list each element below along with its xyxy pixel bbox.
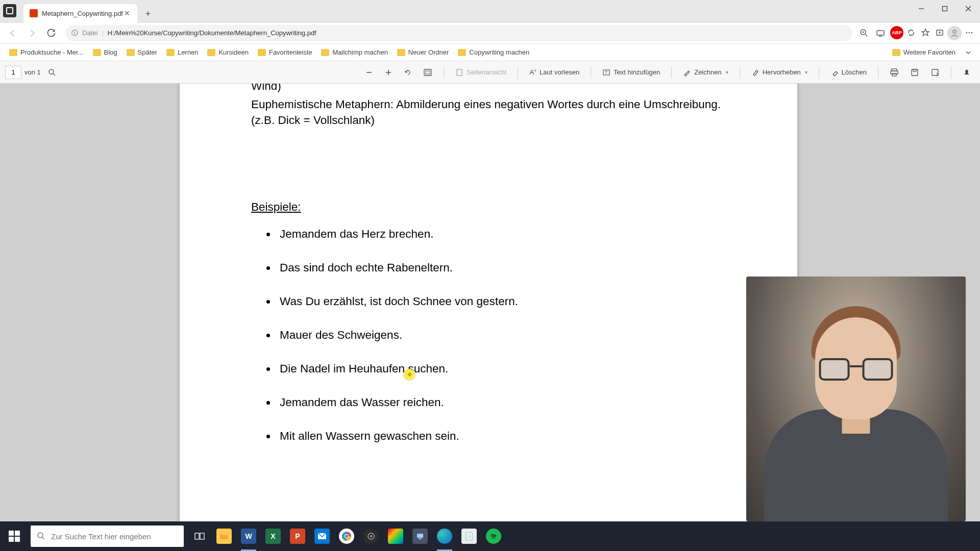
zoom-in-button[interactable] bbox=[380, 66, 397, 79]
address-prefix: Datei bbox=[82, 29, 97, 37]
forward-button[interactable] bbox=[23, 24, 41, 42]
sync-icon[interactable] bbox=[904, 26, 918, 39]
abp-extension-icon[interactable]: ABP bbox=[890, 26, 903, 39]
rotate-icon bbox=[404, 68, 412, 77]
bookmark-item[interactable]: Blog bbox=[89, 46, 121, 58]
highlight-button[interactable]: Hervorheben ▾ bbox=[747, 66, 812, 79]
add-text-icon: T bbox=[602, 68, 610, 77]
cursor-highlight-icon: ✥ bbox=[404, 369, 415, 380]
taskbar: Zur Suche Text hier eingeben W X P bbox=[0, 521, 980, 551]
taskbar-apps: W X P bbox=[188, 521, 505, 551]
obs-button[interactable] bbox=[359, 521, 383, 551]
arrow-left-icon bbox=[8, 29, 17, 38]
page-view-button[interactable]: Seitenansicht bbox=[451, 66, 510, 79]
svg-line-18 bbox=[53, 73, 55, 76]
bookmarks-overflow-icon[interactable] bbox=[962, 46, 975, 59]
app-icon bbox=[3, 4, 16, 17]
address-field[interactable]: ⓘ Datei | H:/Mein%20Kurse/Copywriting/Do… bbox=[65, 25, 852, 41]
mail-button[interactable] bbox=[310, 521, 334, 551]
add-text-button[interactable]: T Text hinzufügen bbox=[598, 66, 664, 79]
list-item: Mit allen Wassern gewaschen sein. bbox=[277, 430, 726, 443]
window-controls bbox=[910, 0, 980, 17]
spotify-button[interactable] bbox=[482, 521, 505, 551]
mail-icon bbox=[317, 533, 327, 540]
pin-toolbar-button[interactable] bbox=[959, 66, 975, 79]
svg-rect-24 bbox=[457, 69, 462, 76]
tab-title: Metaphern_Copywriting.pdf bbox=[42, 10, 123, 17]
back-button[interactable] bbox=[4, 24, 21, 42]
start-button[interactable] bbox=[0, 521, 29, 551]
bookmark-item[interactable]: Copywriting machen bbox=[454, 46, 533, 58]
bookmark-item[interactable]: Später bbox=[122, 46, 161, 58]
titlebar: Metaphern_Copywriting.pdf ✕ + bbox=[0, 0, 980, 22]
task-view-button[interactable] bbox=[188, 521, 211, 551]
page-count-label: von 1 bbox=[24, 68, 41, 76]
fit-page-button[interactable] bbox=[419, 66, 436, 79]
bookmark-item[interactable]: Favoritenleiste bbox=[254, 46, 316, 58]
arrow-right-icon bbox=[28, 29, 37, 38]
draw-button[interactable]: Zeichnen ▾ bbox=[679, 66, 732, 79]
svg-rect-23 bbox=[426, 71, 430, 74]
folder-icon bbox=[321, 49, 329, 56]
svg-rect-44 bbox=[417, 534, 423, 538]
zoom-out-button[interactable] bbox=[361, 66, 377, 79]
bookmark-item[interactable]: Lernen bbox=[162, 46, 202, 58]
app-button-1[interactable] bbox=[384, 521, 407, 551]
more-menu-icon[interactable] bbox=[963, 26, 976, 39]
rotate-button[interactable] bbox=[400, 66, 416, 79]
zoom-icon[interactable] bbox=[857, 27, 871, 40]
folder-icon bbox=[258, 49, 266, 56]
browser-tab[interactable]: Metaphern_Copywriting.pdf ✕ bbox=[23, 4, 137, 22]
word-button[interactable]: W bbox=[237, 521, 260, 551]
svg-rect-35 bbox=[195, 533, 199, 539]
minimize-button[interactable] bbox=[910, 0, 933, 17]
bookmark-item[interactable]: Kursideen bbox=[203, 46, 253, 58]
task-view-icon bbox=[194, 531, 205, 542]
favorites-icon[interactable] bbox=[919, 26, 932, 39]
svg-point-13 bbox=[953, 30, 956, 33]
profile-avatar[interactable] bbox=[947, 26, 962, 40]
more-favorites[interactable]: Weitere Favoriten bbox=[888, 46, 960, 58]
app-button-2[interactable] bbox=[408, 521, 432, 551]
notepad-button[interactable] bbox=[457, 521, 481, 551]
read-aloud-icon: A» bbox=[529, 68, 536, 76]
find-button[interactable] bbox=[44, 66, 60, 79]
doc-heading: Beispiele: bbox=[251, 199, 726, 215]
erase-button[interactable]: Löschen bbox=[826, 66, 871, 79]
send-to-device-icon[interactable] bbox=[874, 27, 887, 40]
maximize-button[interactable] bbox=[933, 0, 957, 17]
address-bar: ⓘ Datei | H:/Mein%20Kurse/Copywriting/Do… bbox=[0, 22, 980, 44]
pdf-favicon bbox=[30, 9, 38, 17]
close-icon bbox=[965, 6, 971, 12]
list-item: Jemandem das Herz brechen. bbox=[277, 228, 726, 241]
svg-rect-45 bbox=[419, 538, 422, 539]
edge-button[interactable] bbox=[433, 521, 456, 551]
svg-rect-32 bbox=[932, 69, 938, 76]
minimize-icon bbox=[918, 6, 924, 12]
page-number-input[interactable] bbox=[5, 66, 21, 79]
close-tab-icon[interactable]: ✕ bbox=[123, 9, 131, 17]
powerpoint-button[interactable]: P bbox=[286, 521, 309, 551]
svg-rect-30 bbox=[912, 69, 918, 76]
new-tab-button[interactable]: + bbox=[140, 6, 156, 21]
refresh-button[interactable] bbox=[43, 24, 60, 42]
taskbar-search[interactable]: Zur Suche Text hier eingeben bbox=[31, 525, 184, 547]
close-window-button[interactable] bbox=[957, 0, 980, 17]
chrome-button[interactable] bbox=[335, 521, 358, 551]
draw-icon bbox=[683, 68, 691, 77]
collections-icon[interactable] bbox=[933, 26, 946, 39]
read-aloud-button[interactable]: A» Laut vorlesen bbox=[525, 66, 583, 78]
page-view-icon bbox=[455, 68, 463, 77]
bookmark-item[interactable]: Neuer Ordner bbox=[393, 46, 453, 58]
save-button[interactable] bbox=[906, 66, 923, 79]
bookmark-item[interactable]: Mailchimp machen bbox=[317, 46, 391, 58]
print-button[interactable] bbox=[886, 66, 903, 79]
svg-rect-1 bbox=[943, 7, 947, 11]
webcam-overlay bbox=[746, 277, 966, 521]
excel-button[interactable]: X bbox=[261, 521, 285, 551]
doc-fragment: Wind) bbox=[251, 84, 726, 94]
save-as-button[interactable] bbox=[926, 66, 944, 79]
file-explorer-button[interactable] bbox=[212, 521, 236, 551]
bookmark-item[interactable]: Produktsuche - Mer... bbox=[5, 46, 88, 58]
save-as-icon bbox=[930, 68, 940, 77]
